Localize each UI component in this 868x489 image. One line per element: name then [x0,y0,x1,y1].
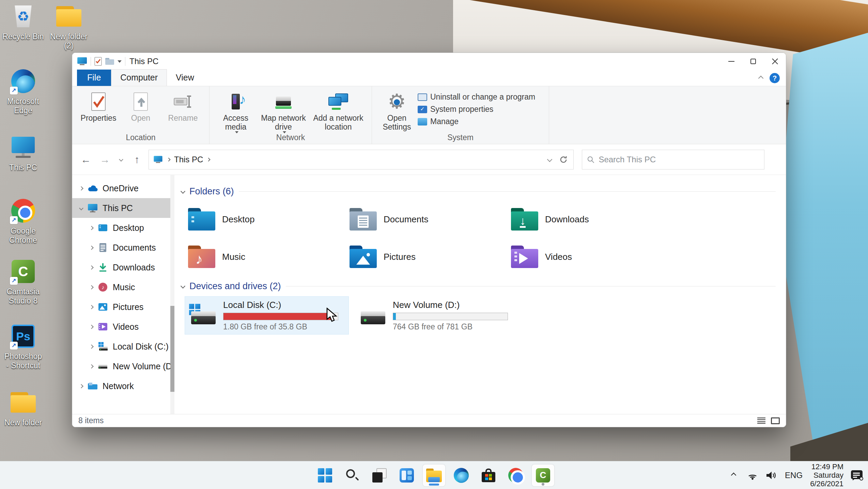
folder-tile-downloads[interactable]: ↓ Downloads [508,203,669,236]
sidebar-item-downloads[interactable]: Downloads [72,257,174,277]
chevron-right-icon[interactable] [89,246,94,250]
manage-button[interactable]: Manage [418,117,535,126]
folder-tile-documents[interactable]: Documents [346,203,508,236]
access-media-button[interactable]: ♪ Access media [216,90,256,133]
volume-icon[interactable] [766,469,777,482]
title-bar[interactable]: This PC [72,53,786,70]
tab-computer[interactable]: Computer [111,69,167,86]
sidebar-item-new-volume-d[interactable]: New Volume (D [72,356,174,376]
drives-section-header[interactable]: Devices and drives (2) [181,279,776,293]
desktop-icon-microsoft-edge[interactable]: ↗ Microsoft Edge [2,68,44,115]
desktop-icon-photoshop[interactable]: Ps ↗ Photoshop - Shortcut [2,323,44,370]
desktop-icon-new-folder[interactable]: New folder [2,389,44,427]
rename-button[interactable]: Rename [163,90,203,122]
local-disk-drive-icon [189,304,218,327]
chevron-right-icon[interactable] [79,186,83,191]
sidebar-item-onedrive[interactable]: OneDrive [72,178,174,198]
large-icons-view-button[interactable] [771,417,780,424]
taskbar-chrome-button[interactable] [505,464,527,486]
search-input[interactable] [599,155,759,164]
folder-tile-videos[interactable]: Videos [508,240,669,273]
chevron-right-icon[interactable] [89,344,94,349]
sidebar-item-desktop[interactable]: Desktop [72,218,174,238]
back-button[interactable]: ← [78,152,93,167]
maximize-button[interactable] [742,53,764,70]
desktop-icon-google-chrome[interactable]: ↗ Google Chrome [2,197,44,245]
status-bar: 8 items [72,414,786,427]
language-indicator[interactable]: ENG [785,471,803,480]
taskbar-search-button[interactable] [341,464,363,486]
close-button[interactable] [764,53,786,70]
open-settings-button[interactable]: ⚙ Open Settings [378,90,416,131]
properties-quick-icon[interactable] [94,57,102,66]
taskbar-edge-button[interactable] [450,464,472,486]
notification-center-button[interactable] [851,470,863,480]
minimize-button[interactable] [720,53,742,70]
sidebar-item-documents[interactable]: Documents [72,238,174,257]
collapse-ribbon-icon[interactable] [758,75,764,81]
taskbar-clock[interactable]: 12:49 PM Saturday 6/26/2021 [810,462,843,488]
sidebar-item-this-pc[interactable]: This PC [72,198,174,218]
sidebar-item-videos[interactable]: Videos [72,317,174,337]
desktop-icon [98,223,108,233]
folders-section-header[interactable]: Folders (6) [181,184,776,198]
sidebar-item-music[interactable]: ♪ Music [72,277,174,297]
chevron-right-icon[interactable] [89,325,94,329]
sidebar-item-local-disk-c[interactable]: Local Disk (C:) [72,337,174,356]
file-explorer-window: This PC File Computer View ? Properties [72,53,786,427]
chevron-right-icon[interactable] [89,305,94,309]
breadcrumb-this-pc[interactable]: This PC [174,155,203,164]
help-button[interactable]: ? [770,73,780,83]
properties-button[interactable]: Properties [78,90,119,122]
add-network-location-button[interactable]: Add a network location [311,90,366,131]
address-bar[interactable]: This PC [149,150,574,169]
desktop-icon-recycle-bin[interactable]: ♻ Recycle Bin [2,3,44,41]
forward-button[interactable]: → [97,152,112,167]
up-button[interactable]: ↑ [129,152,144,167]
running-app-indicator [542,483,544,486]
chevron-right-icon[interactable] [89,364,94,369]
customize-toolbar-dropdown-icon[interactable] [118,60,122,63]
sidebar-item-network[interactable]: Network [72,376,174,396]
collapse-section-icon[interactable] [181,284,185,288]
recent-locations-dropdown[interactable] [117,152,125,167]
taskbar-task-view-button[interactable] [368,464,391,486]
map-network-drive-button[interactable]: Map network drive [258,90,309,133]
folder-tile-pictures[interactable]: Pictures [346,240,508,273]
content-pane: Folders (6) Desktop Documents ↓ Download… [174,175,786,414]
refresh-icon[interactable] [559,155,568,164]
collapse-section-icon[interactable] [181,189,185,194]
tab-view[interactable]: View [167,70,203,86]
new-folder-quick-icon[interactable] [105,58,114,65]
chevron-right-icon[interactable] [89,226,94,230]
desktop-icon-camtasia[interactable]: C ↗ Camtasia Studio 8 [2,258,44,306]
search-box[interactable] [582,150,764,169]
scrollbar-thumb[interactable] [170,306,174,392]
folder-tile-desktop[interactable]: Desktop [185,203,346,236]
details-view-button[interactable] [757,417,765,424]
chevron-down-icon[interactable] [79,206,83,210]
drive-tile-local-disk-c[interactable]: Local Disk (C:) 1.80 GB free of 35.8 GB [185,296,349,335]
taskbar-widgets-button[interactable] [396,464,418,486]
chevron-right-icon[interactable] [79,384,83,388]
address-dropdown-icon[interactable] [547,157,553,162]
taskbar-camtasia-button[interactable]: C [532,464,554,486]
open-button[interactable]: Open [121,90,161,122]
taskbar-start-button[interactable] [314,464,336,486]
uninstall-program-button[interactable]: Uninstall or change a program [418,92,535,102]
drive-tile-new-volume-d[interactable]: New Volume (D:) 764 GB free of 781 GB [354,296,518,335]
system-properties-button[interactable]: ✓ System properties [418,105,535,114]
tab-file[interactable]: File [77,70,111,86]
folder-tile-music[interactable]: ♪ Music [185,240,346,273]
desktop-icon-new-folder-2[interactable]: New folder (2) [48,3,90,50]
sidebar-scrollbar[interactable] [170,175,174,414]
music-icon: ♪ [98,282,108,292]
wifi-icon[interactable] [747,469,758,482]
taskbar-store-button[interactable] [477,464,500,486]
desktop-icon-this-pc[interactable]: This PC [2,134,44,172]
taskbar-file-explorer-button[interactable] [423,464,445,486]
chevron-right-icon[interactable] [89,285,94,290]
sidebar-item-pictures[interactable]: Pictures [72,297,174,317]
chevron-right-icon[interactable] [89,265,94,270]
tray-expand-button[interactable] [728,469,739,482]
